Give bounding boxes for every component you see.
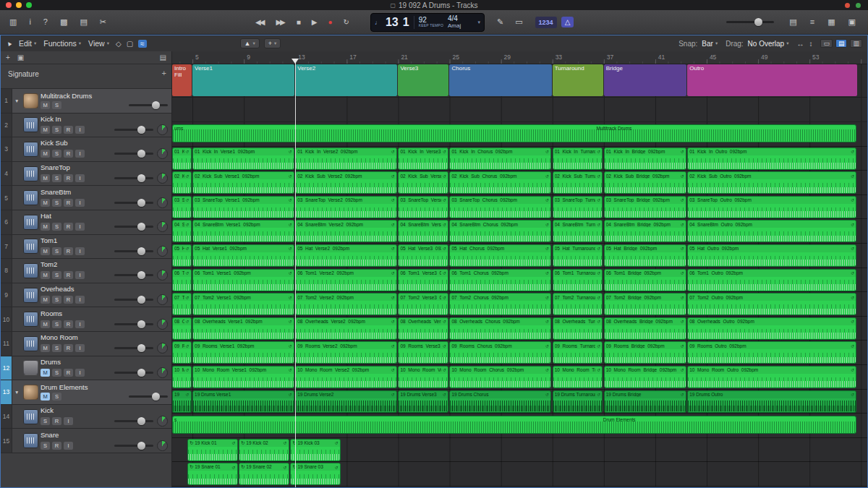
play-button[interactable]: ▶ [310,17,318,27]
volume-thumb[interactable] [137,150,145,158]
record-enable-button[interactable]: R [64,271,73,279]
region[interactable]: 06_Tom1_Turnaround_092bpm↺ [553,269,603,291]
track-header-config-icon[interactable]: ▤ [160,53,166,61]
solo-button[interactable]: S [52,247,61,255]
solo-button[interactable]: S [52,320,61,328]
volume-thumb[interactable] [137,174,145,182]
track-header-snarebtm[interactable]: 5SnareBtmMSRI [1,186,171,210]
volume-thumb[interactable] [137,247,145,255]
mute-button[interactable]: M [41,150,50,158]
record-enable-button[interactable]: R [64,174,73,182]
command-click-tool-menu[interactable]: +▾ [264,38,281,48]
track-header-multitrack-drums[interactable]: 1▼Multitrack DrumsMS [1,89,171,114]
volume-slider[interactable] [114,299,153,301]
region[interactable]: 09_Rooms_Verse3_092bpm↺ [398,341,448,364]
mixer-icon[interactable]: ▤ [77,16,89,28]
pan-knob[interactable] [157,440,168,451]
volume-slider[interactable] [129,395,168,398]
solo-button[interactable]: S [41,442,50,450]
region[interactable]: 09_Rooms_Bridge_092bpm↺ [604,341,686,364]
pan-knob[interactable] [157,221,168,232]
record-enable-button[interactable]: R [52,442,61,450]
mute-button[interactable]: M [41,174,50,182]
region[interactable]: 08_Overheads_Verse2_092bpm↺ [295,317,397,340]
bar-ruler[interactable]: 591317212529333741454953 [172,51,867,64]
playhead[interactable] [295,59,296,487]
browsers-icon[interactable]: ▣ [846,16,858,28]
automation-view-icon[interactable]: ▢ [127,40,133,48]
chevron-down-icon[interactable]: ▾ [477,20,480,25]
region[interactable]: 05_Hat_Verse2_092bpm↺ [295,244,397,267]
region[interactable]: 05_Hat_Verse1_092bpm↺ [192,244,294,267]
record-enable-button[interactable]: R [64,369,73,377]
record-button[interactable]: ● [326,17,333,27]
mute-button[interactable]: M [41,393,50,401]
region[interactable]: 04_SnareBtm_Chorus_092bpm↺ [449,220,551,242]
region[interactable]: 01_Kick_In_Verse3_092bpm↺ [398,147,448,170]
pan-knob[interactable] [157,319,168,330]
region[interactable]: 07_Tom2_Turnaround_092bpm↺ [553,293,603,315]
region[interactable]: 06_Tom1_Chorus_092bpm↺ [449,269,551,291]
pan-knob[interactable] [157,270,168,281]
solo-button[interactable]: S [52,150,61,158]
smart-controls-icon[interactable]: ▩ [58,16,69,28]
region[interactable]: 04_SnareBtm_Verse2_092bpm↺ [295,220,397,242]
volume-slider[interactable] [114,372,153,374]
input-monitor-button[interactable]: I [75,126,85,134]
region[interactable]: 02_Kick_Sub_Chorus_092bpm↺ [449,171,551,194]
waveform-zoom-button[interactable]: ▭ [820,39,833,48]
region[interactable]: 04_SnareBtm_Turnaround_092bpm↺ [553,220,603,242]
region[interactable]: 07_Tom2_Outro_092bpm↺ [687,293,856,315]
volume-thumb[interactable] [137,223,145,231]
pan-knob[interactable] [157,197,168,208]
input-monitor-button[interactable]: I [64,417,73,425]
solo-button[interactable]: S [52,271,61,279]
region[interactable]: 09_Rooms_Outro_092bpm↺ [687,341,856,364]
playhead-handle[interactable] [292,59,299,67]
forward-button[interactable]: ▶▶ [273,17,286,27]
duplicate-track-icon[interactable]: ▣ [17,53,24,61]
volume-slider[interactable] [114,445,153,447]
region[interactable]: ↻ 19 Kick 02↺ [239,439,289,461]
pan-knob[interactable] [157,124,168,135]
arrangement-marker-introfill[interactable]: Intro Fill [172,64,192,96]
input-monitor-button[interactable]: I [75,247,85,255]
arrangement-marker-outro[interactable]: Outro [687,64,856,96]
pointer-tool-menu[interactable]: ▲▾ [240,38,260,48]
volume-thumb[interactable] [152,393,160,401]
horizontal-zoom-icon[interactable]: ↔ [796,40,804,48]
lcd-time-signature[interactable]: 4/4 [448,15,461,23]
region[interactable]: ↻ 19 Snare 01↺ [187,463,238,485]
region[interactable]: 04_SnareBtm↺ [172,220,192,242]
input-monitor-button[interactable]: I [75,223,85,231]
pan-knob[interactable] [157,246,168,257]
region[interactable]: 03_SnareTop_Verse1_092bpm↺ [192,196,294,218]
input-monitor-button[interactable]: I [75,344,85,352]
region[interactable]: 10_Mono_Room_Bridge_092bpm↺ [604,366,686,388]
region[interactable]: 03_SnareTop_Verse3_092bpm↺ [398,196,448,218]
volume-thumb[interactable] [137,126,145,134]
track-header-snaretop[interactable]: 4SnareTopMSRI [1,162,171,187]
region[interactable]: ↻ 19 Snare 02↺ [239,463,289,485]
record-enable-button[interactable]: R [64,199,73,207]
volume-thumb[interactable] [137,320,145,328]
input-monitor-button[interactable]: I [75,320,85,328]
region[interactable]: 10_Mono_Room_Verse3_092bpm↺ [398,366,448,388]
region[interactable]: umsMultitrack Drums [172,124,856,142]
track-header-snare[interactable]: 15SnareSRI [1,429,171,453]
track-header-drums[interactable]: 12DrumsMSRI [1,356,171,381]
region[interactable]: 04_SnareBtm_Outro_092bpm↺ [687,220,856,242]
region[interactable]: 02_Kick_Sub↺ [172,171,192,194]
solo-button[interactable]: S [41,417,50,425]
region[interactable]: ↻ 19 Kick 03↺ [290,439,341,461]
track-header-rooms[interactable]: 10RoomsMSRI [1,307,171,332]
solo-button[interactable]: S [52,393,61,401]
region[interactable]: 08_Overheads_Bridge_092bpm↺ [604,317,686,340]
metronome-button[interactable]: △ [561,17,574,27]
arrangement-marker-chorus[interactable]: Chorus [449,64,551,96]
region[interactable]: 04_SnareBtm_Verse1_092bpm↺ [192,220,294,242]
region[interactable]: 10_Mono_Room_Verse1_092bpm↺ [192,366,294,388]
region[interactable]: 10_Mono_Room_Verse2_092bpm↺ [295,366,397,388]
region[interactable]: 05_Hat_Bridge_092bpm↺ [604,244,686,267]
track-header-kick-in[interactable]: 2Kick InMSRI [1,114,171,138]
